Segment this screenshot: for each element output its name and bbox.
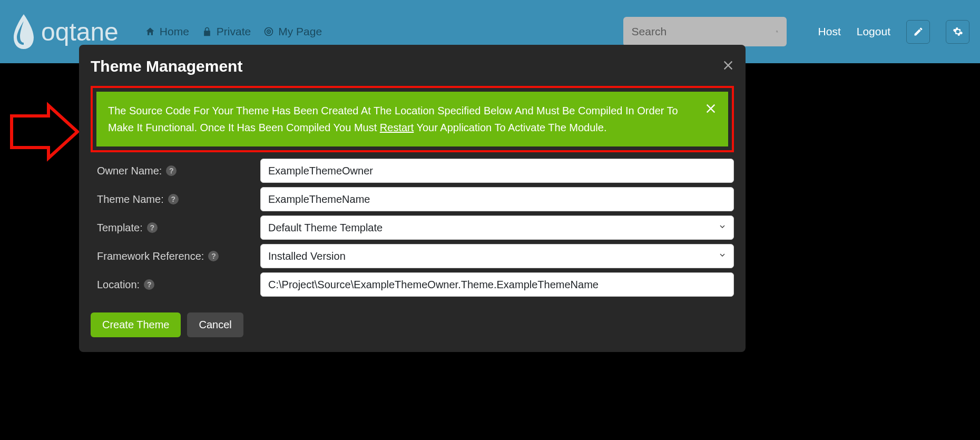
theme-management-modal: Theme Management The Source Code For You…	[79, 45, 746, 352]
modal-actions: Create Theme Cancel	[91, 312, 734, 337]
droplet-icon	[11, 12, 37, 51]
nav-mypage-label: My Page	[278, 25, 322, 38]
gear-icon	[953, 26, 963, 37]
brand-text: oqtane	[41, 17, 119, 46]
cancel-button[interactable]: Cancel	[187, 312, 243, 337]
settings-button[interactable]	[946, 20, 969, 44]
row-template: Template: ?	[91, 216, 734, 240]
row-theme-name: Theme Name: ?	[91, 187, 734, 211]
restart-link[interactable]: Restart	[380, 122, 414, 133]
label-owner-name-text: Owner Name:	[97, 165, 162, 177]
annotation-arrow	[6, 100, 80, 163]
label-theme-name: Theme Name: ?	[91, 193, 254, 206]
label-template-text: Template:	[97, 222, 143, 234]
label-framework-text: Framework Reference:	[97, 250, 204, 262]
search-icon	[776, 25, 778, 38]
close-icon	[722, 60, 734, 71]
alert-text-after: Your Application To Activate The Module.	[414, 122, 606, 133]
edit-button[interactable]	[906, 20, 930, 44]
svg-marker-3	[12, 105, 77, 158]
target-icon	[263, 26, 274, 37]
search-box[interactable]	[623, 17, 787, 46]
label-framework: Framework Reference: ?	[91, 250, 254, 262]
row-owner-name: Owner Name: ?	[91, 159, 734, 183]
alert-text: The Source Code For Your Theme Has Been …	[108, 102, 697, 136]
label-owner-name: Owner Name: ?	[91, 165, 254, 177]
input-location[interactable]	[260, 272, 734, 297]
help-icon[interactable]: ?	[168, 194, 179, 204]
close-icon	[705, 103, 717, 114]
help-icon[interactable]: ?	[166, 165, 177, 176]
select-framework[interactable]	[260, 244, 734, 268]
nav-private-label: Private	[217, 25, 251, 38]
alert-highlight-box: The Source Code For Your Theme Has Been …	[91, 86, 734, 152]
nav-home-label: Home	[160, 25, 189, 38]
select-template[interactable]	[260, 216, 734, 240]
svg-point-2	[268, 31, 270, 33]
logout-link[interactable]: Logout	[857, 25, 890, 38]
modal-close-button[interactable]	[722, 60, 734, 73]
help-icon[interactable]: ?	[208, 251, 219, 261]
home-icon	[145, 26, 155, 37]
user-link[interactable]: Host	[818, 25, 841, 38]
modal-header: Theme Management	[91, 57, 734, 75]
nav-links: Home Private My Page	[145, 25, 322, 38]
label-theme-name-text: Theme Name:	[97, 193, 164, 206]
label-template: Template: ?	[91, 222, 254, 234]
search-input[interactable]	[632, 25, 770, 38]
nav-home[interactable]: Home	[145, 25, 189, 38]
row-framework: Framework Reference: ?	[91, 244, 734, 268]
nav-mypage[interactable]: My Page	[263, 25, 322, 38]
input-theme-name[interactable]	[260, 187, 734, 211]
create-theme-button[interactable]: Create Theme	[91, 312, 181, 337]
success-alert: The Source Code For Your Theme Has Been …	[96, 92, 728, 146]
label-location: Location: ?	[91, 279, 254, 291]
nav-private[interactable]: Private	[202, 25, 251, 38]
alert-dismiss-button[interactable]	[705, 102, 717, 119]
input-owner-name[interactable]	[260, 159, 734, 183]
pencil-icon	[913, 26, 924, 37]
label-location-text: Location:	[97, 279, 140, 291]
row-location: Location: ?	[91, 272, 734, 297]
user-controls: Host Logout	[818, 20, 969, 44]
help-icon[interactable]: ?	[147, 222, 158, 233]
modal-title: Theme Management	[91, 57, 242, 75]
help-icon[interactable]: ?	[144, 279, 154, 290]
lock-icon	[202, 26, 212, 37]
